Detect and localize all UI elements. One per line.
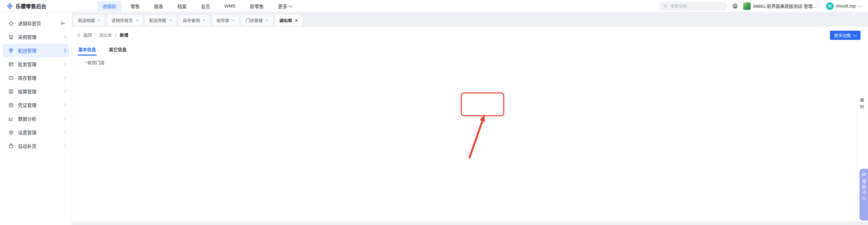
worktab-1[interactable]: 进销存首页× — [107, 15, 143, 26]
chevron-right-icon — [63, 76, 66, 79]
username: nhsoft.zqc — [836, 3, 856, 9]
worktab-label: 门店管理 — [246, 17, 263, 24]
nav-label: 档案 — [178, 3, 187, 10]
user-menu[interactable]: N nhsoft.zqc — [826, 2, 861, 10]
worktab-3[interactable]: 库存查询× — [178, 15, 210, 26]
nav-label: 报表 — [154, 3, 163, 10]
breadcrumb-divider — [95, 33, 96, 38]
worktab-label: 进销存首页 — [112, 17, 133, 24]
topnav-item-7[interactable]: 更多 — [273, 1, 297, 11]
topbar-right: 搜索功能 99661-新界面果蔬版测试-管理... N nhsoft.zqc — [659, 2, 861, 11]
sidebar-item-6[interactable]: 凭证管理 — [0, 98, 72, 112]
close-icon[interactable]: × — [295, 18, 298, 22]
chevron-right-icon — [63, 35, 66, 38]
cart-icon — [8, 34, 14, 40]
store-switcher[interactable]: 99661-新界面果蔬版测试-管理... — [743, 2, 816, 10]
chevron-right-icon — [62, 89, 66, 93]
inventory-icon — [8, 75, 14, 81]
nav-label: 进销存 — [102, 3, 116, 10]
chevron-right-icon — [62, 62, 66, 66]
sidebar-item-label: 配送管理 — [18, 47, 36, 54]
close-icon[interactable]: × — [232, 18, 235, 22]
chat-icon — [862, 172, 866, 177]
sidebar-item-2[interactable]: 配送管理 — [3, 44, 69, 57]
chevron-right-icon — [63, 63, 66, 65]
topbar-divider — [821, 3, 821, 9]
delivery-icon — [8, 48, 14, 54]
close-icon[interactable]: × — [136, 18, 138, 22]
topnav-item-0[interactable]: 进销存 — [97, 1, 121, 11]
store-logo — [743, 2, 751, 10]
topbar: 乐檬零售后台 进销存零售报表档案会员WMS新零售更多 搜索功能 99661-新界… — [0, 0, 868, 12]
sidebar-item-3[interactable]: 批发管理 — [0, 57, 72, 71]
sidebar-item-label: 批发管理 — [18, 61, 36, 68]
columns-icon — [860, 98, 864, 102]
printer-icon[interactable] — [732, 3, 738, 9]
worktab-4[interactable]: 收货单× — [212, 15, 239, 26]
topnav-item-2[interactable]: 报表 — [149, 1, 168, 11]
worktab-label: 配送参数 — [149, 17, 166, 24]
more-actions-button[interactable]: 更多功能 — [830, 31, 861, 40]
sidebar-item-9[interactable]: 自动补货 — [0, 139, 72, 153]
sidebar-item-5[interactable]: 结算管理 — [0, 85, 72, 98]
sidebar-item-label: 设置管理 — [18, 129, 36, 136]
help-center-label: 帮助中心 — [861, 179, 867, 201]
help-center-button[interactable]: 帮助中心 — [859, 169, 868, 221]
topnav-item-4[interactable]: 会员 — [196, 1, 215, 11]
home-icon — [8, 20, 14, 26]
back-button[interactable]: 返回 — [78, 32, 92, 38]
close-icon[interactable]: × — [203, 18, 206, 22]
worktab-0[interactable]: 商品档案× — [73, 15, 105, 26]
sidebar-item-8[interactable]: 设置管理 — [0, 125, 72, 139]
wholesale-icon — [8, 61, 14, 67]
chevron-right-icon — [62, 76, 66, 79]
worktab-bar: 商品档案×进销存首页×配送参数×库存查询×收货单×门店管理×调出单× — [73, 15, 868, 27]
chevron-right-icon — [63, 90, 66, 93]
collapse-sidebar-button[interactable] — [61, 21, 66, 26]
voucher-icon — [8, 102, 14, 108]
sidebar-item-7[interactable]: 数据分析 — [0, 112, 72, 125]
nav-label: 更多 — [278, 3, 287, 10]
worktab-label: 库存查询 — [183, 17, 200, 24]
topnav-item-6[interactable]: 新零售 — [245, 1, 269, 11]
back-label: 返回 — [83, 32, 92, 38]
tab-other-info[interactable]: 其它信息 — [109, 46, 127, 56]
global-search-input[interactable]: 搜索功能 — [659, 2, 727, 11]
tab-basic-info[interactable]: 基本信息 — [78, 46, 96, 56]
topnav-item-5[interactable]: WMS — [219, 2, 241, 10]
close-icon[interactable]: × — [169, 18, 172, 22]
worktab-label: 调出单 — [279, 17, 292, 24]
sidebar-item-label: 数据分析 — [18, 115, 36, 122]
chevron-down-icon — [858, 3, 862, 7]
close-icon[interactable]: × — [98, 18, 101, 22]
worktab-6[interactable]: 调出单× — [275, 15, 302, 26]
breadcrumb-module: 调出单 — [99, 32, 112, 38]
sidebar-item-0[interactable]: 进销存首页 — [0, 16, 72, 30]
sidebar-item-1[interactable]: 采购管理 — [0, 30, 72, 44]
colstrip-divider — [857, 112, 867, 112]
chevron-right-icon — [63, 131, 66, 134]
column-settings-label: 列 — [860, 104, 864, 109]
close-icon[interactable]: × — [266, 18, 268, 22]
search-placeholder: 搜索功能 — [670, 3, 687, 9]
replenish-icon — [8, 143, 14, 149]
sidebar-item-label: 结算管理 — [18, 88, 36, 95]
chevron-right-icon — [63, 145, 66, 147]
app-title: 乐檬零售后台 — [16, 2, 46, 10]
worktab-label: 收货单 — [216, 17, 229, 24]
chevron-right-icon — [62, 35, 66, 39]
sidebar: 进销存首页采购管理配送管理批发管理库存管理结算管理凭证管理数据分析设置管理自动补… — [0, 12, 72, 225]
worktab-2[interactable]: 配送参数× — [145, 15, 177, 26]
store-name: 99661-新界面果蔬版测试-管理... — [753, 3, 816, 9]
chevron-right-icon — [62, 117, 66, 120]
collapse-sidebar-icon[interactable] — [61, 21, 66, 26]
sidebar-item-label: 自动补货 — [18, 142, 36, 149]
sidebar-item-4[interactable]: 库存管理 — [0, 71, 72, 85]
topnav-item-3[interactable]: 档案 — [173, 1, 192, 11]
chevron-right-icon — [62, 48, 66, 52]
user-avatar: N — [826, 2, 834, 10]
nav-label: 零售 — [131, 3, 140, 10]
field-label-store: *收货门店 — [77, 58, 104, 68]
worktab-5[interactable]: 门店管理× — [241, 15, 273, 26]
topnav-item-1[interactable]: 零售 — [126, 1, 145, 11]
